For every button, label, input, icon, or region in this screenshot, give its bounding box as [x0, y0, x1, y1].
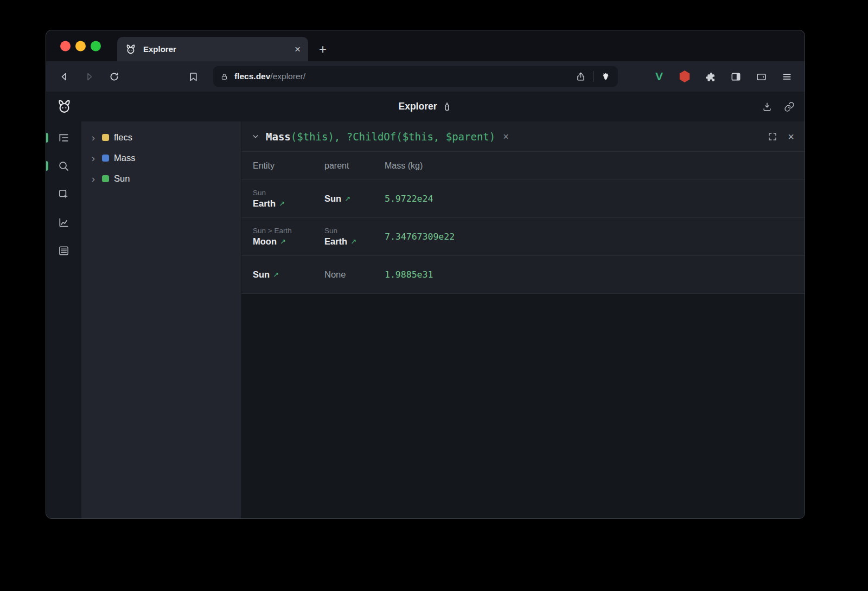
permalink-icon[interactable] [784, 101, 795, 112]
browser-menu-icon[interactable] [776, 66, 797, 87]
close-window-button[interactable] [60, 41, 71, 51]
url-path: /explorer/ [270, 72, 305, 81]
query-expression[interactable]: Mass($this), ?ChildOf($this, $parent) [266, 131, 495, 143]
stats-chart-icon[interactable] [58, 216, 71, 229]
inspect-icon[interactable] [58, 188, 71, 201]
extensions-puzzle-icon[interactable] [700, 66, 720, 87]
browser-toolbar: flecs.dev/explorer/ V [46, 61, 805, 92]
result-table-header: Entity parent Mass (kg) [241, 152, 805, 180]
entity-cell: Sun > Earth Moon ↗ [253, 227, 324, 247]
column-header-parent: parent [324, 161, 385, 171]
entity-cell: Sun Earth ↗ [253, 189, 324, 209]
extensions-area: V [649, 66, 797, 87]
url-bar[interactable]: flecs.dev/explorer/ [213, 66, 618, 87]
column-header-entity: Entity [253, 161, 324, 171]
chevron-down-icon[interactable] [252, 133, 259, 140]
browser-window: Explorer × + [46, 30, 805, 519]
reload-button[interactable] [104, 66, 124, 87]
flecs-logo [56, 98, 73, 115]
query-clear-icon[interactable]: × [503, 132, 509, 142]
fullscreen-icon[interactable] [768, 132, 777, 142]
tab-strip: Explorer × + [46, 30, 805, 61]
entity-tree-icon[interactable] [58, 131, 71, 144]
entity-tree-panel: › flecs › Mass › Sun [81, 121, 241, 518]
parent-link[interactable]: Sun ↗ [324, 194, 385, 204]
entity-path: Sun [253, 189, 324, 197]
mass-value: 5.9722e24 [385, 194, 805, 204]
active-panel-pill-tree [46, 133, 48, 143]
chevron-right-icon[interactable]: › [89, 174, 98, 184]
table-row: Sun ↗ None 1.9885e31 [241, 256, 805, 294]
column-header-mass: Mass (kg) [385, 161, 805, 171]
query-search-icon[interactable] [58, 159, 71, 172]
icon-rail [46, 121, 81, 518]
new-tab-button[interactable]: + [319, 43, 327, 56]
query-result-empty-area [241, 294, 805, 518]
link-arrow-icon[interactable]: ↗ [344, 195, 350, 202]
hexagon-extension-icon[interactable] [674, 66, 695, 87]
panel-close-icon[interactable]: × [788, 131, 794, 142]
download-icon[interactable] [762, 101, 773, 112]
parent-cell: Sun Earth ↗ [324, 227, 385, 247]
table-row: Sun Earth ↗ Sun ↗ [241, 180, 805, 218]
link-arrow-icon[interactable]: ↗ [350, 238, 356, 245]
zoom-window-button[interactable] [91, 41, 101, 51]
table-row: Sun > Earth Moon ↗ Sun Earth ↗ [241, 218, 805, 256]
bookmark-icon[interactable] [183, 66, 203, 87]
entity-link[interactable]: Moon ↗ [253, 236, 324, 247]
explorer-body: › flecs › Mass › Sun [46, 121, 805, 518]
parent-none: None [324, 269, 385, 280]
link-arrow-icon[interactable]: ↗ [279, 200, 285, 207]
browser-tab-explorer[interactable]: Explorer × [117, 37, 308, 61]
entity-path: Sun > Earth [253, 227, 324, 235]
entity-link[interactable]: Earth ↗ [253, 198, 324, 209]
tree-item-flecs[interactable]: › flecs [81, 127, 241, 147]
desktop-background: Explorer × + [0, 0, 868, 591]
entity-link[interactable]: Sun ↗ [253, 269, 324, 280]
entity-color-swatch [102, 134, 109, 141]
parent-cell: Sun ↗ [324, 194, 385, 204]
entity-cell: Sun ↗ [253, 269, 324, 280]
flecs-explorer-page: Explorer [46, 92, 805, 518]
vue-devtools-extension-icon[interactable]: V [649, 66, 669, 87]
share-icon[interactable] [576, 72, 586, 82]
explorer-header: Explorer [46, 92, 805, 121]
query-panel: Mass($this), ?ChildOf($this, $parent) × … [241, 121, 805, 518]
back-button[interactable] [54, 66, 74, 87]
entity-color-swatch [102, 155, 109, 162]
mass-value: 1.9885e31 [385, 269, 805, 280]
url-text: flecs.dev/explorer/ [234, 72, 305, 81]
wallet-icon[interactable] [751, 66, 771, 87]
memory-journal-icon[interactable] [58, 244, 71, 257]
tree-item-label: Sun [114, 174, 130, 184]
tree-item-sun[interactable]: › Sun [81, 168, 241, 189]
mass-value: 7.34767309e22 [385, 232, 805, 242]
sidebar-toggle-icon[interactable] [725, 66, 746, 87]
minimize-window-button[interactable] [75, 41, 86, 51]
link-arrow-icon[interactable]: ↗ [273, 271, 279, 278]
forward-button[interactable] [79, 66, 99, 87]
flecs-favicon-icon [125, 43, 137, 55]
entity-color-swatch [102, 175, 109, 182]
tree-item-label: flecs [114, 132, 132, 143]
chevron-right-icon[interactable]: › [89, 153, 98, 163]
parent-cell: None [324, 269, 385, 280]
tree-item-label: Mass [114, 153, 135, 163]
remote-icon[interactable] [442, 101, 452, 112]
window-controls [60, 41, 101, 51]
active-panel-pill-query [46, 161, 48, 171]
page-title: Explorer [399, 101, 437, 112]
query-header: Mass($this), ?ChildOf($this, $parent) × … [241, 121, 805, 152]
tab-title: Explorer [143, 44, 176, 54]
tree-item-mass[interactable]: › Mass [81, 147, 241, 168]
parent-link[interactable]: Earth ↗ [324, 236, 385, 247]
link-arrow-icon[interactable]: ↗ [280, 238, 286, 245]
tab-close-icon[interactable]: × [295, 44, 301, 54]
chevron-right-icon[interactable]: › [89, 132, 98, 143]
padlock-icon [220, 73, 228, 81]
toolbar-divider [593, 71, 593, 82]
brave-shield-icon[interactable] [601, 72, 611, 82]
url-domain: flecs.dev [234, 72, 270, 81]
parent-path: Sun [324, 227, 385, 235]
